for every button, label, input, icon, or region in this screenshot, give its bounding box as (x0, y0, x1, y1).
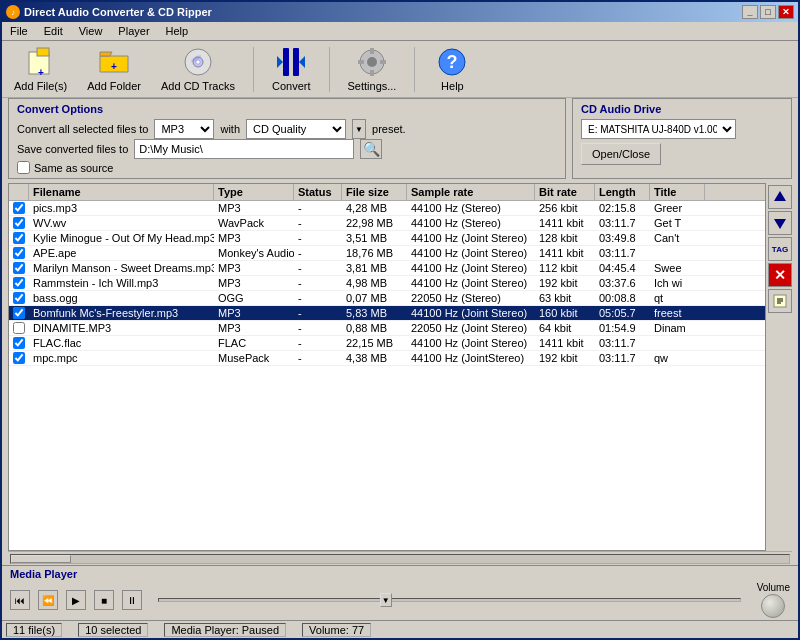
row-checkbox-3[interactable] (13, 247, 25, 259)
row-checkbox-4[interactable] (13, 262, 25, 274)
move-down-button[interactable] (768, 211, 792, 235)
hscroll-track[interactable] (10, 554, 790, 564)
filelist-body: pics.mp3MP3-4,28 MB44100 Hz (Stereo)256 … (9, 201, 765, 366)
options-cd-row: Convert Options Convert all selected fil… (8, 98, 792, 179)
format-select[interactable]: MP3 WAV OGG FLAC (154, 119, 214, 139)
tag-edit-button[interactable]: TAG (768, 237, 792, 261)
col-status[interactable]: Status (294, 184, 342, 200)
table-row[interactable]: WV.wvWavPack-22,98 MB44100 Hz (Stereo)14… (9, 216, 765, 231)
table-row[interactable]: pics.mp3MP3-4,28 MB44100 Hz (Stereo)256 … (9, 201, 765, 216)
settings-button[interactable]: Settings... (342, 44, 403, 94)
pause-button[interactable]: ⏸ (122, 590, 142, 610)
cell-length: 03:11.7 (595, 246, 650, 260)
volume-status: Volume: 77 (302, 623, 371, 637)
row-checkbox-7[interactable] (13, 307, 25, 319)
cell-status: - (294, 321, 342, 335)
table-row[interactable]: mpc.mpcMusePack-4,38 MB44100 Hz (JointSt… (9, 351, 765, 366)
volume-knob[interactable] (761, 594, 785, 618)
main-window: ♪ Direct Audio Converter & CD Ripper _ □… (0, 0, 800, 640)
cell-filename: mpc.mpc (29, 351, 214, 365)
cell-bitrate: 1411 kbit (535, 246, 595, 260)
seek-bar[interactable]: ▼ (158, 598, 741, 602)
info-button[interactable] (768, 289, 792, 313)
row-checkbox-6[interactable] (13, 292, 25, 304)
row-checkbox-5[interactable] (13, 277, 25, 289)
col-length[interactable]: Length (595, 184, 650, 200)
move-up-button[interactable] (768, 185, 792, 209)
add-files-icon: + (25, 46, 57, 78)
col-bitrate[interactable]: Bit rate (535, 184, 595, 200)
col-title[interactable]: Title (650, 184, 705, 200)
menu-player[interactable]: Player (114, 24, 153, 38)
menu-view[interactable]: View (75, 24, 107, 38)
col-filename[interactable]: Filename (29, 184, 214, 200)
cell-samplerate: 44100 Hz (JointStereo) (407, 351, 535, 365)
cell-status: - (294, 306, 342, 320)
preset-button[interactable]: ▼ (352, 119, 366, 139)
minimize-button[interactable]: _ (742, 5, 758, 19)
cell-samplerate: 44100 Hz (Joint Stereo) (407, 306, 535, 320)
cell-length: 02:15.8 (595, 201, 650, 215)
preset-label: preset. (372, 123, 406, 135)
convert-button[interactable]: Convert (266, 44, 317, 94)
hscroll (8, 551, 792, 565)
save-path-row: Save converted files to 🔍 (17, 139, 557, 159)
menu-file[interactable]: File (6, 24, 32, 38)
table-row[interactable]: APE.apeMonkey's Audio-18,76 MB44100 Hz (… (9, 246, 765, 261)
menu-edit[interactable]: Edit (40, 24, 67, 38)
stop-button[interactable]: ■ (94, 590, 114, 610)
help-button[interactable]: ? Help (427, 44, 477, 94)
quality-select[interactable]: CD Quality Voice Quality Custom (246, 119, 346, 139)
cell-title: Greer (650, 201, 705, 215)
table-row[interactable]: Bomfunk Mc's-Freestyler.mp3MP3-5,83 MB44… (9, 306, 765, 321)
row-checkbox-10[interactable] (13, 352, 25, 364)
menu-help[interactable]: Help (162, 24, 193, 38)
cell-status: - (294, 201, 342, 215)
table-row[interactable]: Marilyn Manson - Sweet Dreams.mp3MP3-3,8… (9, 261, 765, 276)
open-close-button[interactable]: Open/Close (581, 143, 661, 165)
cell-filesize: 4,28 MB (342, 201, 407, 215)
row-checkbox-1[interactable] (13, 217, 25, 229)
cell-filename: WV.wv (29, 216, 214, 230)
delete-button[interactable]: ✕ (768, 263, 792, 287)
cell-length: 03:11.7 (595, 351, 650, 365)
save-path-input[interactable] (134, 139, 354, 159)
row-checkbox-2[interactable] (13, 232, 25, 244)
cell-length: 05:05.7 (595, 306, 650, 320)
table-row[interactable]: DINAMITE.MP3MP3-0,88 MB22050 Hz (Joint S… (9, 321, 765, 336)
table-row[interactable]: bass.oggOGG-0,07 MB22050 Hz (Stereo)63 k… (9, 291, 765, 306)
col-filesize[interactable]: File size (342, 184, 407, 200)
cell-bitrate: 112 kbit (535, 261, 595, 275)
cell-type: MP3 (214, 306, 294, 320)
maximize-button[interactable]: □ (760, 5, 776, 19)
col-samplerate[interactable]: Sample rate (407, 184, 535, 200)
play-button[interactable]: ▶ (66, 590, 86, 610)
table-row[interactable]: FLAC.flacFLAC-22,15 MB44100 Hz (Joint St… (9, 336, 765, 351)
svg-text:+: + (111, 61, 117, 72)
same-as-source-checkbox[interactable] (17, 161, 30, 174)
prev-track-button[interactable]: ⏮ (10, 590, 30, 610)
svg-marker-21 (774, 219, 786, 229)
add-cd-button[interactable]: Add CD Tracks (155, 44, 241, 94)
add-folder-button[interactable]: + Add Folder (81, 44, 147, 94)
save-to-label: Save converted files to (17, 143, 128, 155)
cd-drive-select[interactable]: E: MATSHITA UJ-840D v1.00 (0:1:0) (581, 119, 736, 139)
row-checkbox-8[interactable] (13, 322, 25, 334)
col-type[interactable]: Type (214, 184, 294, 200)
table-row[interactable]: Rammstein - Ich Will.mp3MP3-4,98 MB44100… (9, 276, 765, 291)
svg-rect-15 (370, 70, 374, 76)
browse-folder-button[interactable]: 🔍 (360, 139, 382, 159)
seek-thumb[interactable]: ▼ (380, 593, 392, 607)
table-row[interactable]: Kylie Minogue - Out Of My Head.mp3MP3-3,… (9, 231, 765, 246)
media-player: Media Player ⏮ ⏪ ▶ ■ ⏸ ▼ Volume (2, 565, 798, 620)
cell-filesize: 5,83 MB (342, 306, 407, 320)
hscroll-thumb[interactable] (11, 555, 71, 563)
row-checkbox-0[interactable] (13, 202, 25, 214)
cell-status: - (294, 246, 342, 260)
cell-title: qt (650, 291, 705, 305)
cell-filename: bass.ogg (29, 291, 214, 305)
row-checkbox-9[interactable] (13, 337, 25, 349)
prev-button[interactable]: ⏪ (38, 590, 58, 610)
close-button[interactable]: ✕ (778, 5, 794, 19)
add-files-button[interactable]: + Add File(s) (8, 44, 73, 94)
